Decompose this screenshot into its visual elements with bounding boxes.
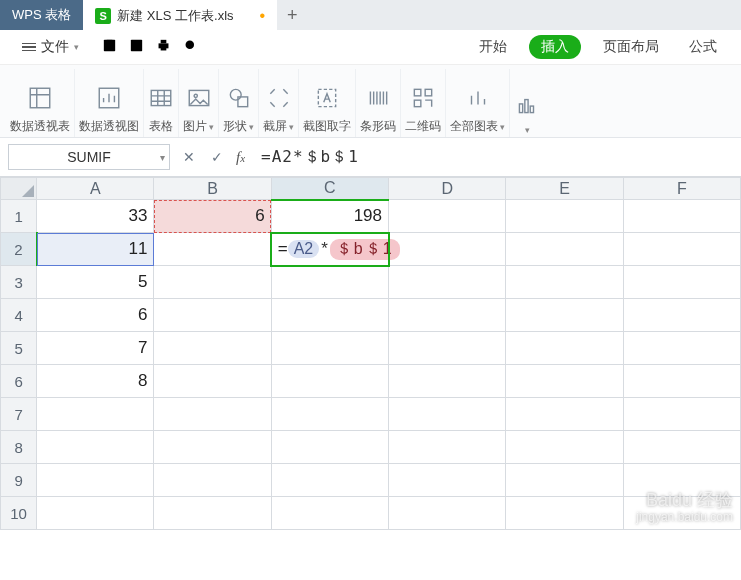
ribbon-table[interactable]: 表格 bbox=[144, 69, 179, 137]
cell[interactable] bbox=[389, 497, 506, 530]
redo-icon[interactable] bbox=[236, 37, 253, 57]
tab-page-layout[interactable]: 页面布局 bbox=[595, 34, 667, 60]
cell[interactable] bbox=[271, 332, 388, 365]
cell[interactable] bbox=[271, 431, 388, 464]
undo-icon[interactable] bbox=[209, 37, 226, 57]
tab-start[interactable]: 开始 bbox=[471, 34, 515, 60]
cell-A5[interactable]: 7 bbox=[37, 332, 154, 365]
cell[interactable] bbox=[37, 497, 154, 530]
cell[interactable] bbox=[389, 398, 506, 431]
ribbon-screenshot[interactable]: 截屏▾ bbox=[259, 69, 299, 137]
row-header-4[interactable]: 4 bbox=[1, 299, 37, 332]
cell[interactable] bbox=[154, 431, 271, 464]
cell[interactable] bbox=[506, 398, 623, 431]
cell-B1[interactable]: 6 bbox=[154, 200, 271, 233]
cell[interactable] bbox=[154, 398, 271, 431]
cell[interactable] bbox=[623, 398, 740, 431]
ribbon-all-charts[interactable]: 全部图表▾ bbox=[446, 69, 510, 137]
cell[interactable] bbox=[271, 266, 388, 299]
cancel-formula-button[interactable]: ✕ bbox=[180, 149, 198, 165]
cell[interactable] bbox=[389, 431, 506, 464]
cell-C2-editing[interactable]: =A2*＄b＄1 bbox=[271, 233, 388, 266]
column-header-F[interactable]: F bbox=[623, 178, 740, 200]
column-header-E[interactable]: E bbox=[506, 178, 623, 200]
cell[interactable] bbox=[506, 464, 623, 497]
cell[interactable] bbox=[37, 431, 154, 464]
row-header-6[interactable]: 6 bbox=[1, 365, 37, 398]
cell[interactable] bbox=[271, 299, 388, 332]
cell-E2[interactable] bbox=[506, 233, 623, 266]
tab-formula[interactable]: 公式 bbox=[681, 34, 725, 60]
cell[interactable] bbox=[271, 365, 388, 398]
cell[interactable] bbox=[389, 266, 506, 299]
cell[interactable] bbox=[154, 464, 271, 497]
save-icon[interactable] bbox=[101, 37, 118, 57]
cell[interactable] bbox=[154, 299, 271, 332]
row-header-5[interactable]: 5 bbox=[1, 332, 37, 365]
tab-insert[interactable]: 插入 bbox=[529, 35, 581, 59]
cell-A2[interactable]: 11 bbox=[37, 233, 154, 266]
cell[interactable] bbox=[506, 365, 623, 398]
cell[interactable] bbox=[154, 266, 271, 299]
cell-A4[interactable]: 6 bbox=[37, 299, 154, 332]
cell-A1[interactable]: 33 bbox=[37, 200, 154, 233]
accept-formula-button[interactable]: ✓ bbox=[208, 149, 226, 165]
cell[interactable] bbox=[623, 365, 740, 398]
row-header-3[interactable]: 3 bbox=[1, 266, 37, 299]
cell[interactable] bbox=[506, 431, 623, 464]
cell[interactable] bbox=[623, 431, 740, 464]
cell[interactable] bbox=[271, 464, 388, 497]
cell[interactable] bbox=[271, 497, 388, 530]
cell[interactable] bbox=[154, 497, 271, 530]
cell[interactable] bbox=[389, 332, 506, 365]
name-box[interactable]: SUMIF ▾ bbox=[8, 144, 170, 170]
cell-F1[interactable] bbox=[623, 200, 740, 233]
ribbon-shapes[interactable]: 形状▾ bbox=[219, 69, 259, 137]
cell[interactable] bbox=[389, 464, 506, 497]
column-header-D[interactable]: D bbox=[389, 178, 506, 200]
ribbon-barcode[interactable]: 条形码 bbox=[356, 69, 401, 137]
cell[interactable] bbox=[389, 365, 506, 398]
ribbon-more-chart[interactable]: ▾ bbox=[510, 69, 544, 137]
file-menu[interactable]: 文件 ▾ bbox=[16, 35, 85, 59]
document-tab[interactable]: S 新建 XLS 工作表.xls • bbox=[83, 0, 277, 30]
ribbon-screen-text[interactable]: 截图取字 bbox=[299, 69, 356, 137]
ribbon-pivot-table[interactable]: 数据透视表 bbox=[6, 69, 75, 137]
cell[interactable] bbox=[506, 299, 623, 332]
cell-C1[interactable]: 198 bbox=[271, 200, 388, 233]
column-header-C[interactable]: C bbox=[271, 178, 388, 200]
cell[interactable] bbox=[271, 398, 388, 431]
ribbon-pivot-chart[interactable]: 数据透视图 bbox=[75, 69, 144, 137]
row-header-9[interactable]: 9 bbox=[1, 464, 37, 497]
cell[interactable] bbox=[623, 266, 740, 299]
cell[interactable] bbox=[506, 497, 623, 530]
row-header-2[interactable]: 2 bbox=[1, 233, 37, 266]
row-header-10[interactable]: 10 bbox=[1, 497, 37, 530]
select-all-corner[interactable] bbox=[1, 178, 37, 200]
fx-icon[interactable]: fx bbox=[236, 149, 245, 166]
cell-F2[interactable] bbox=[623, 233, 740, 266]
row-header-1[interactable]: 1 bbox=[1, 200, 37, 233]
cell[interactable] bbox=[37, 398, 154, 431]
new-tab-button[interactable]: + bbox=[277, 0, 307, 30]
row-header-8[interactable]: 8 bbox=[1, 431, 37, 464]
cell-D1[interactable] bbox=[389, 200, 506, 233]
cell-B2[interactable] bbox=[154, 233, 271, 266]
cell[interactable] bbox=[506, 266, 623, 299]
formula-input[interactable]: =A2*＄b＄1 bbox=[255, 147, 733, 168]
cell-D2[interactable] bbox=[389, 233, 506, 266]
ribbon-picture[interactable]: 图片▾ bbox=[179, 69, 219, 137]
ribbon-qrcode[interactable]: 二维码 bbox=[401, 69, 446, 137]
cell[interactable] bbox=[154, 332, 271, 365]
column-header-B[interactable]: B bbox=[154, 178, 271, 200]
cell[interactable] bbox=[506, 332, 623, 365]
cell-A6[interactable]: 8 bbox=[37, 365, 154, 398]
print-preview-icon[interactable] bbox=[182, 37, 199, 57]
cell[interactable] bbox=[37, 464, 154, 497]
cell-E1[interactable] bbox=[506, 200, 623, 233]
worksheet[interactable]: A B C D E F 1 33 6 198 2 11 bbox=[0, 177, 741, 530]
cell[interactable] bbox=[623, 332, 740, 365]
print-icon[interactable] bbox=[155, 37, 172, 57]
cell[interactable] bbox=[154, 365, 271, 398]
column-header-A[interactable]: A bbox=[37, 178, 154, 200]
